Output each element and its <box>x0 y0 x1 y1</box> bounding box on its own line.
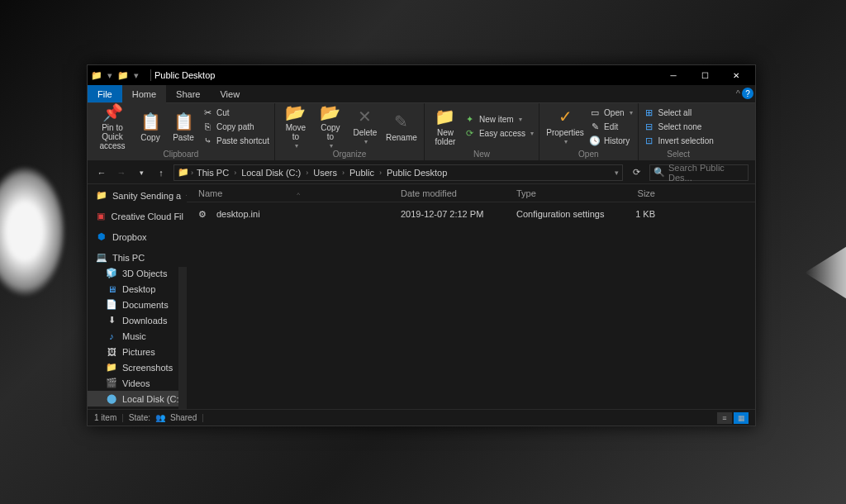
copy-path-button[interactable]: ⎘Copy path <box>202 120 269 133</box>
paste-button[interactable]: 📋 Paste <box>169 105 198 148</box>
qat-btn[interactable]: ▾ <box>104 69 116 81</box>
sidebar-item[interactable]: 📄Documents <box>88 297 187 312</box>
column-date[interactable]: Date modified <box>396 188 511 198</box>
sidebar-item[interactable]: ⬇Downloads <box>88 312 187 328</box>
file-list-area: Name^ Date modified Type Size ⚙desktop.i… <box>187 184 755 409</box>
select-all-icon: ⊞ <box>644 107 655 118</box>
properties-button[interactable]: ✓ Properties▾ <box>544 105 586 148</box>
tab-view[interactable]: View <box>210 85 250 102</box>
sidebar-item-icon: 🖥 <box>106 284 117 294</box>
sidebar-item[interactable]: ⬢Dropbox <box>88 229 187 245</box>
clipboard-small-buttons: ✂Cut ⎘Copy path ⤷Paste shortcut <box>202 106 269 147</box>
breadcrumb[interactable]: 📁 › This PC› Local Disk (C:)› Users› Pub… <box>173 164 623 181</box>
column-size[interactable]: Size <box>611 188 660 198</box>
refresh-button[interactable]: ⟳ <box>628 167 644 178</box>
new-item-button[interactable]: ✦New item▾ <box>464 113 534 126</box>
tab-file[interactable]: File <box>88 85 122 102</box>
divider <box>150 69 151 81</box>
sidebar-item[interactable]: 💻This PC <box>88 250 187 265</box>
invert-selection-button[interactable]: ⊡Invert selection <box>644 134 714 147</box>
label: Copy to <box>321 123 340 141</box>
navigation-pane[interactable]: 📁Sanity Sending a^▣Creative Cloud Fil⬢Dr… <box>88 184 187 409</box>
tab-home[interactable]: Home <box>122 85 166 103</box>
collapse-icon[interactable]: ^ <box>186 192 187 199</box>
file-list[interactable]: ⚙desktop.ini2019-12-07 2:12 PMConfigurat… <box>187 202 755 409</box>
sidebar-item[interactable]: ⬤Local Disk (C:) <box>88 391 187 407</box>
ribbon-collapse-icon[interactable]: ^ <box>736 88 740 98</box>
ribbon-tabs: File Home Share View ^ ? <box>88 85 755 103</box>
back-button[interactable]: ← <box>94 168 109 178</box>
edit-button[interactable]: ✎Edit <box>589 120 632 133</box>
move-to-button[interactable]: 📂 Move to▾ <box>280 105 311 148</box>
column-headers: Name^ Date modified Type Size <box>187 184 755 202</box>
chevron-right-icon[interactable]: › <box>191 169 193 177</box>
titlebar[interactable]: 📁 ▾ 📁 ▾ Public Desktop ─ ☐ ✕ <box>88 65 755 85</box>
chevron-right-icon: › <box>306 169 308 177</box>
new-item-icon: ✦ <box>464 114 476 125</box>
easy-access-button[interactable]: ⟳Easy access▾ <box>464 127 534 140</box>
copy-button[interactable]: 📋 Copy <box>135 105 165 148</box>
search-input[interactable]: 🔍 Search Public Des... <box>649 164 749 181</box>
navigation-bar: ← → ▾ ↑ 📁 › This PC› Local Disk (C:)› Us… <box>88 161 755 184</box>
chevron-right-icon: › <box>234 169 236 177</box>
history-button[interactable]: 🕓History <box>589 134 632 147</box>
new-folder-button[interactable]: 📁 New folder <box>430 105 461 148</box>
sidebar-item-label: Music <box>122 331 146 341</box>
state-label: State: <box>129 413 150 422</box>
body-area: 📁Sanity Sending a^▣Creative Cloud Fil⬢Dr… <box>88 184 755 409</box>
scrollbar[interactable] <box>178 267 187 409</box>
sidebar-item[interactable]: ♪Music <box>88 328 187 344</box>
sidebar-item-label: This PC <box>112 253 145 263</box>
forward-button[interactable]: → <box>114 168 129 178</box>
recent-dropdown[interactable]: ▾ <box>134 169 149 177</box>
qat-btn[interactable]: ▾ <box>131 69 142 81</box>
label: Rename <box>386 133 417 142</box>
select-all-button[interactable]: ⊞Select all <box>644 106 714 119</box>
column-name[interactable]: Name^ <box>193 188 396 198</box>
sidebar-item[interactable]: 🖥Desktop <box>88 281 187 297</box>
breadcrumb-item[interactable]: Local Disk (C:)› <box>240 168 310 178</box>
group-label: Open <box>544 148 632 159</box>
details-view-button[interactable]: ≡ <box>717 412 732 424</box>
tab-share[interactable]: Share <box>166 85 210 102</box>
sidebar-item[interactable]: ⬤New Volume (D: <box>88 407 187 409</box>
column-type[interactable]: Type <box>511 188 611 198</box>
sidebar-item[interactable]: 🧊3D Objects <box>88 265 187 281</box>
delete-button[interactable]: ✕ Delete▾ <box>349 105 381 148</box>
label: Properties <box>546 128 584 137</box>
copy-to-button[interactable]: 📂 Copy to▾ <box>315 105 346 148</box>
delete-icon: ✕ <box>358 107 372 126</box>
close-button[interactable]: ✕ <box>720 65 752 85</box>
sidebar-item[interactable]: 📁Screenshots <box>88 359 187 375</box>
breadcrumb-dropdown[interactable]: ▾ <box>615 169 619 177</box>
open-button[interactable]: ▭Open▾ <box>589 106 632 119</box>
select-none-button[interactable]: ⊟Select none <box>644 120 714 133</box>
breadcrumb-item[interactable]: Public› <box>348 168 383 178</box>
icons-view-button[interactable]: ▦ <box>734 412 749 424</box>
group-label: Organize <box>280 148 419 159</box>
sidebar-item[interactable]: 📁Sanity Sending a^ <box>88 188 187 203</box>
sidebar-item-icon: 🖼 <box>106 347 117 357</box>
minimize-button[interactable]: ─ <box>658 65 689 85</box>
paste-shortcut-button[interactable]: ⤷Paste shortcut <box>202 134 269 147</box>
sidebar-item-icon: 🧊 <box>106 268 117 278</box>
up-button[interactable]: ↑ <box>154 168 169 178</box>
sidebar-item[interactable]: ▣Creative Cloud Fil <box>88 208 187 224</box>
shared-icon: 👥 <box>155 413 165 422</box>
help-icon[interactable]: ? <box>742 88 753 99</box>
rename-button[interactable]: ✎ Rename <box>384 105 419 148</box>
ribbon: 📌 Pin to Quick access 📋 Copy 📋 Paste ✂Cu… <box>88 103 755 161</box>
breadcrumb-item[interactable]: Public Desktop <box>385 168 449 178</box>
sidebar-item[interactable]: 🎬Videos <box>88 375 187 391</box>
file-row[interactable]: ⚙desktop.ini2019-12-07 2:12 PMConfigurat… <box>193 206 749 222</box>
breadcrumb-item[interactable]: This PC› <box>195 168 238 178</box>
breadcrumb-item[interactable]: Users› <box>311 168 346 178</box>
window-title: Public Desktop <box>154 70 658 80</box>
sidebar-item[interactable]: 🖼Pictures <box>88 344 187 359</box>
pin-to-quick-access-button[interactable]: 📌 Pin to Quick access <box>93 105 132 148</box>
sidebar-item-icon: ⬤ <box>106 393 117 404</box>
cut-button[interactable]: ✂Cut <box>202 106 269 119</box>
label: Move to <box>286 123 306 141</box>
maximize-button[interactable]: ☐ <box>689 65 720 85</box>
search-placeholder: Search Public Des... <box>668 163 744 183</box>
